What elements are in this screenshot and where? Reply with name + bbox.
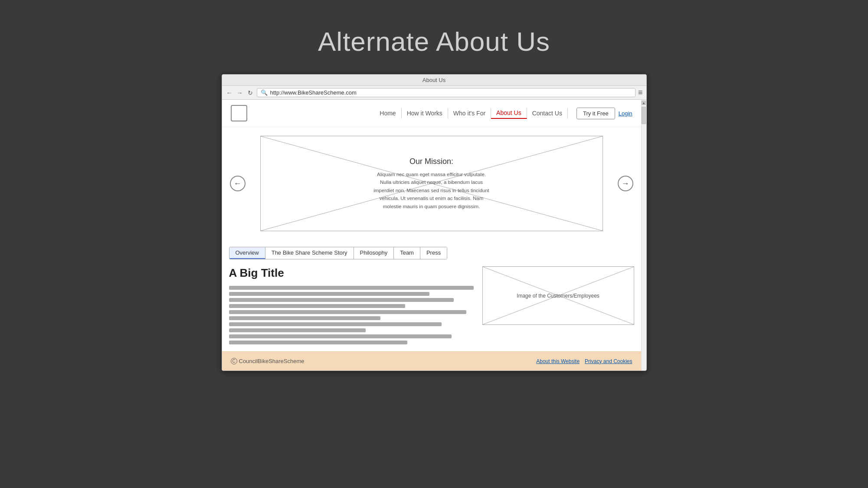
text-line [229,286,474,290]
nav-actions: Try it Free Login [576,108,632,119]
copyright-icon: C [231,358,237,364]
tab-bike-share-story[interactable]: The Bike Share Scheme Story [265,247,354,259]
tabs-section: Overview The Bike Share Scheme Story Phi… [222,240,641,259]
hero-image-placeholder: Our Mission: Aliquam nec quam eget massa… [260,136,603,231]
text-line [229,341,408,344]
content-title: A Big Title [229,266,474,280]
login-button[interactable]: Login [619,110,632,117]
tab-press[interactable]: Press [420,247,447,259]
content-area: A Big Title [222,259,641,351]
refresh-button[interactable]: ↻ [246,89,254,97]
tabs-bar: Overview The Bike Share Scheme Story Phi… [229,247,448,259]
browser-tab-title: About Us [423,77,445,83]
tab-team[interactable]: Team [394,247,420,259]
slider-next-button[interactable]: → [618,176,633,191]
site-logo [231,105,247,121]
site-nav: Home How it Works Who it's For About Us … [222,100,641,127]
nav-how-it-works[interactable]: How it Works [402,108,448,118]
hero-text-overlay: Our Mission: Aliquam nec quam eget massa… [373,157,489,210]
content-right: Image of the Customers/Employees [482,266,634,325]
browser-menu-icon[interactable]: ≡ [638,88,643,97]
content-image-label: Image of the Customers/Employees [517,293,599,299]
privacy-cookies-link[interactable]: Privacy and Cookies [585,358,632,364]
hero-body: Aliquam nec quam eget massa efficitur vu… [373,170,489,210]
tab-overview[interactable]: Overview [229,247,265,259]
about-website-link[interactable]: About this Website [536,358,580,364]
footer-links: About this Website Privacy and Cookies [536,358,632,364]
content-image-placeholder: Image of the Customers/Employees [482,266,634,325]
browser-address-bar: ← → ↻ 🔍 http://www.BikeShareScheme.com ≡ [222,86,646,100]
forward-button[interactable]: → [236,89,244,97]
scrollbar-up-arrow[interactable]: ▲ [642,101,646,105]
text-line [229,328,366,332]
url-text: http://www.BikeShareScheme.com [270,89,357,96]
text-line [229,310,466,314]
scrollbar-thumb[interactable] [642,107,646,124]
browser-window: About Us ← → ↻ 🔍 http://www.BikeShareSch… [222,74,647,371]
hero-title: Our Mission: [373,157,489,166]
text-lines [229,286,474,344]
text-line [229,334,452,338]
text-line [229,304,405,308]
footer-copyright-text: CouncilBikeShareScheme [239,358,305,364]
text-line [229,292,429,296]
nav-contact-us[interactable]: Contact Us [527,108,568,118]
text-line [229,322,442,326]
url-search-icon: 🔍 [261,89,268,96]
slider-prev-button[interactable]: ← [230,176,246,191]
hero-area: ← Our Mission: Aliquam nec quam eget mas… [222,127,641,240]
browser-content: Home How it Works Who it's For About Us … [222,100,641,370]
site-footer: C CouncilBikeShareScheme About this Webs… [222,351,641,370]
scrollbar-track[interactable]: ▲ [641,100,646,370]
text-line [229,298,454,302]
try-free-button[interactable]: Try it Free [576,108,615,119]
tab-philosophy[interactable]: Philosophy [354,247,394,259]
nav-about-us[interactable]: About Us [491,108,527,119]
nav-whos-it-for[interactable]: Who it's For [448,108,491,118]
back-button[interactable]: ← [226,89,233,97]
url-field[interactable]: 🔍 http://www.BikeShareScheme.com [257,88,635,97]
content-left: A Big Title [229,266,474,344]
nav-links: Home How it Works Who it's For About Us … [374,108,568,119]
nav-home[interactable]: Home [374,108,401,118]
page-title: Alternate About Us [318,26,550,57]
text-line [229,316,381,320]
footer-copyright: C CouncilBikeShareScheme [231,358,305,364]
browser-title-bar: About Us [222,75,646,86]
